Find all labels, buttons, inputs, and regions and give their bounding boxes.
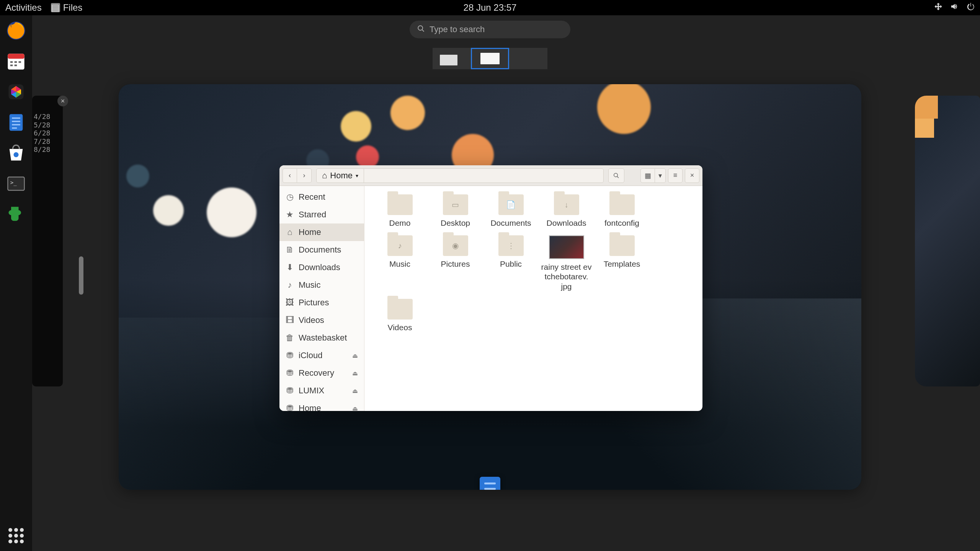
sidebar-item-pictures[interactable]: 🖼Pictures	[279, 294, 364, 311]
file-item-videos[interactable]: Videos	[372, 295, 428, 336]
workspace-switcher	[433, 48, 547, 69]
sidebar-item-downloads[interactable]: ⬇Downloads	[279, 259, 364, 276]
sidebar-item-lumix[interactable]: ⛃LUMIX⏏	[279, 382, 364, 399]
file-item-documents[interactable]: 📄Documents	[483, 191, 539, 231]
file-item-rainy-street-ev-tchebotarev-jpg[interactable]: rainy street ev tchebotarev. jpg	[539, 231, 594, 295]
file-label: Downloads	[547, 218, 586, 228]
show-apps-button[interactable]	[8, 528, 24, 543]
file-item-public[interactable]: ⋮Public	[483, 231, 539, 295]
file-item-music[interactable]: ♪Music	[372, 231, 428, 295]
file-item-templates[interactable]: Templates	[594, 231, 650, 295]
sidebar-item-home[interactable]: ⛃Home⏏	[279, 399, 364, 411]
back-button[interactable]: ‹	[283, 168, 297, 183]
sidebar-item-home[interactable]: ⌂Home	[279, 223, 364, 241]
svg-point-21	[14, 152, 19, 157]
volume-icon	[950, 2, 959, 13]
overview-search[interactable]	[410, 21, 570, 38]
sidebar-item-videos[interactable]: 🎞Videos	[279, 311, 364, 329]
sidebar-item-starred[interactable]: ★Starred	[279, 206, 364, 223]
folder-icon: ▭	[443, 194, 468, 215]
files-window[interactable]: ‹ › ⌂ Home ▾ ▦ ▾ ≡ × ◷Recent★Starr	[279, 165, 702, 411]
workspace-preview[interactable]: ‹ › ⌂ Home ▾ ▦ ▾ ≡ × ◷Recent★Starr	[119, 84, 861, 490]
scrollbar[interactable]	[79, 256, 83, 295]
eject-icon[interactable]: ⏏	[352, 352, 358, 359]
file-item-fontconfig[interactable]: fontconfig	[594, 191, 650, 231]
dock-terminal[interactable]: >_	[5, 173, 27, 194]
workspace-2[interactable]	[471, 48, 509, 69]
clock-icon: ◷	[286, 192, 294, 202]
file-item-pictures[interactable]: ◉Pictures	[428, 231, 483, 295]
file-label: Videos	[388, 323, 412, 332]
files-taskbar-icon[interactable]	[480, 477, 500, 490]
sidebar-item-label: Wastebasket	[299, 333, 347, 343]
sidebar-item-label: LUMIX	[299, 386, 324, 396]
svg-text:>_: >_	[10, 179, 17, 186]
sidebar-item-icloud[interactable]: ⛃iCloud⏏	[279, 347, 364, 364]
drive-icon: ⛃	[286, 350, 294, 360]
folder-icon	[387, 194, 413, 215]
activities-button[interactable]: Activities	[5, 2, 42, 13]
sidebar-item-label: Downloads	[299, 262, 340, 272]
nav-buttons: ‹ ›	[283, 168, 312, 183]
pic-icon: 🖼	[286, 298, 294, 308]
doc-icon: 🗎	[286, 245, 294, 255]
dock-extensions[interactable]	[5, 204, 27, 225]
forward-button[interactable]: ›	[297, 168, 312, 183]
sidebar-item-label: Videos	[299, 315, 324, 325]
home-icon: ⌂	[286, 227, 294, 237]
sidebar-item-recovery[interactable]: ⛃Recovery⏏	[279, 364, 364, 382]
network-icon	[934, 2, 942, 13]
dock-firefox[interactable]	[5, 20, 27, 41]
dock-calendar[interactable]	[5, 51, 27, 72]
dock-software[interactable]	[5, 142, 27, 164]
star-icon: ★	[286, 210, 294, 220]
svg-rect-6	[10, 65, 13, 66]
svg-rect-3	[10, 61, 13, 63]
hamburger-menu-button[interactable]: ≡	[668, 168, 683, 183]
sidebar-item-recent[interactable]: ◷Recent	[279, 188, 364, 206]
image-thumbnail	[549, 235, 584, 259]
dock-colorpicker[interactable]	[5, 81, 27, 103]
folder-icon	[609, 194, 635, 215]
file-label: Documents	[490, 218, 531, 228]
close-window-button[interactable]: ×	[57, 96, 68, 106]
clock[interactable]: 28 Jun 23:57	[464, 2, 517, 13]
sidebar-item-wastebasket[interactable]: 🗑Wastebasket	[279, 329, 364, 347]
files-body: ◷Recent★Starred⌂Home🗎Documents⬇Downloads…	[279, 186, 702, 411]
search-button[interactable]	[608, 168, 624, 183]
files-content[interactable]: Demo▭Desktop📄Documents↓Downloadsfontconf…	[364, 186, 702, 411]
sidebar-item-documents[interactable]: 🗎Documents	[279, 241, 364, 259]
adjacent-workspace-right[interactable]	[915, 96, 980, 386]
files-icon: ▤	[51, 3, 60, 12]
files-titlebar: ‹ › ⌂ Home ▾ ▦ ▾ ≡ ×	[279, 165, 702, 186]
search-icon	[417, 25, 425, 34]
search-input[interactable]	[430, 24, 563, 34]
icon-view-button[interactable]: ▦	[640, 168, 655, 183]
eject-icon[interactable]: ⏏	[352, 387, 358, 395]
eject-icon[interactable]: ⏏	[352, 370, 358, 377]
file-label: Desktop	[441, 218, 470, 228]
sidebar-item-music[interactable]: ♪Music	[279, 276, 364, 294]
sidebar-item-label: iCloud	[299, 350, 322, 360]
svg-rect-19	[12, 124, 20, 125]
workspace-1[interactable]	[433, 48, 471, 69]
system-status-area[interactable]	[934, 2, 975, 13]
adjacent-workspace-left[interactable]: × 4/28 5/28 6/28 7/28 8/28	[32, 96, 63, 386]
file-label: Demo	[389, 218, 410, 228]
app-menu[interactable]: ▤ Files	[51, 2, 83, 13]
down-icon: ⬇	[286, 262, 294, 272]
svg-rect-5	[19, 61, 21, 63]
path-home[interactable]: ⌂ Home ▾	[317, 169, 364, 183]
eject-icon[interactable]: ⏏	[352, 405, 358, 411]
dock-files[interactable]	[5, 112, 27, 133]
close-button[interactable]: ×	[685, 168, 699, 183]
file-item-downloads[interactable]: ↓Downloads	[539, 191, 594, 231]
sidebar-item-label: Home	[299, 227, 321, 237]
sidebar-item-label: Recovery	[299, 368, 334, 378]
file-item-demo[interactable]: Demo	[372, 191, 428, 231]
file-item-desktop[interactable]: ▭Desktop	[428, 191, 483, 231]
view-dropdown-button[interactable]: ▾	[655, 168, 666, 183]
sidebar-item-label: Home	[299, 403, 321, 411]
workspace-3[interactable]	[509, 48, 547, 69]
folder-icon	[609, 235, 635, 256]
